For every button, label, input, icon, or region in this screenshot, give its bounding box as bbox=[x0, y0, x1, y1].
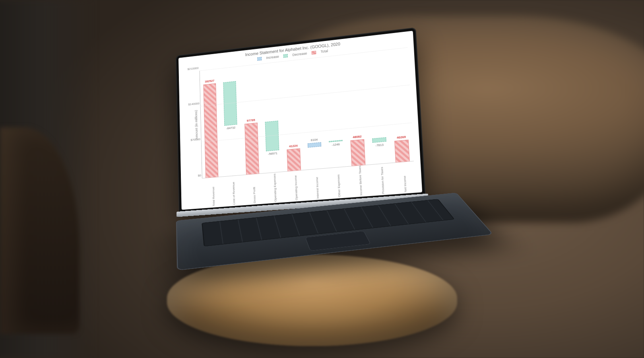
laptop-screen: Income Statement for Alphabet Inc. (GOOG… bbox=[178, 31, 422, 210]
bar-value-label: -56571 bbox=[268, 152, 277, 156]
bar-total: 48082 bbox=[351, 139, 365, 166]
y-tick-label: $70000 bbox=[184, 137, 200, 142]
bar-decrease: -7813 bbox=[372, 137, 386, 143]
y-tick-label: $140000 bbox=[184, 101, 200, 106]
x-category-label: Provision for Taxes bbox=[380, 167, 385, 194]
bar-fill bbox=[372, 137, 386, 143]
bar-fill bbox=[351, 139, 365, 166]
x-category-label: Other Expenses bbox=[336, 174, 341, 197]
x-category-label: Operating Income bbox=[294, 175, 298, 200]
bar-fill bbox=[287, 148, 301, 171]
x-category-label: Interest Income bbox=[315, 177, 319, 199]
legend-label-decrease: Decrease bbox=[293, 51, 307, 57]
legend-swatch-increase bbox=[257, 57, 262, 61]
bar-fill bbox=[245, 123, 259, 175]
bar-value-label: 8104 bbox=[311, 138, 318, 142]
bar-value-label: 182527 bbox=[205, 79, 214, 83]
bar-fill bbox=[329, 140, 343, 142]
x-category-label: Total Revenue bbox=[211, 187, 215, 206]
laptop-screen-wrap: Income Statement for Alphabet Inc. (GOOG… bbox=[176, 27, 426, 216]
x-category-label: Cost of Revenue bbox=[232, 182, 236, 205]
plot-area: Amount (in millions) 182527-8473297795-5… bbox=[200, 48, 414, 179]
x-category-label: Net Income bbox=[403, 176, 407, 193]
waterfall-chart: Income Statement for Alphabet Inc. (GOOG… bbox=[178, 31, 422, 210]
bar-total: 40269 bbox=[395, 140, 410, 163]
y-axis-label: Amount (in millions) bbox=[194, 110, 198, 140]
x-category-label: Gross Profit bbox=[252, 187, 256, 204]
bar-value-label: 48082 bbox=[353, 135, 362, 139]
laptop-bezel: Income Statement for Alphabet Inc. (GOOG… bbox=[176, 27, 426, 216]
bar-value-label: 97795 bbox=[247, 118, 255, 123]
legend-label-total: Total bbox=[321, 49, 328, 54]
x-category-label: Operating Expenses bbox=[273, 173, 277, 202]
legend-swatch-decrease bbox=[283, 54, 288, 58]
bar-fill bbox=[395, 140, 410, 163]
bar-fill bbox=[308, 142, 321, 148]
bar-value-label: -84732 bbox=[226, 126, 235, 130]
y-tick-label: $0 bbox=[185, 173, 201, 178]
legend-label-increase: Increase bbox=[266, 54, 279, 60]
bar-increase: 8104 bbox=[308, 142, 321, 148]
laptop: Income Statement for Alphabet Inc. (GOOG… bbox=[151, 28, 477, 306]
bar-fill bbox=[204, 83, 218, 178]
bar-total: 97795 bbox=[245, 123, 259, 175]
bar-value-label: -7813 bbox=[375, 143, 384, 147]
bar-value-label: -1246 bbox=[332, 142, 340, 147]
bar-total: 182527 bbox=[204, 83, 218, 178]
x-category-label: Income Before Taxes bbox=[358, 165, 363, 196]
bar-total: 41224 bbox=[287, 148, 301, 171]
legend-swatch-total bbox=[312, 51, 316, 54]
bar-decrease: -1246 bbox=[329, 140, 343, 142]
bar-value-label: 41224 bbox=[289, 144, 298, 148]
bar-value-label: 40269 bbox=[397, 135, 406, 139]
